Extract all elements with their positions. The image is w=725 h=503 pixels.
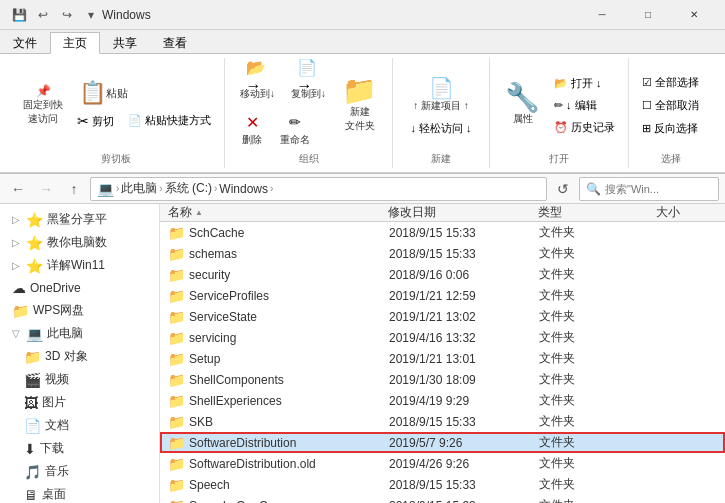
file-row[interactable]: 📁 Setup 2019/1/21 13:01 文件夹 — [160, 348, 725, 369]
file-row[interactable]: 📁 ShellComponents 2019/1/30 18:09 文件夹 — [160, 369, 725, 390]
file-row[interactable]: 📁 security 2018/9/16 0:06 文件夹 — [160, 264, 725, 285]
maximize-button[interactable]: □ — [625, 0, 671, 30]
copy-to-button[interactable]: 📄→ 复制到↓ — [284, 60, 333, 104]
sidebar-icon: 🖥 — [24, 487, 38, 503]
sidebar-item-wps[interactable]: 📁 WPS网盘 — [0, 299, 159, 322]
col-header-type[interactable]: 类型 — [538, 204, 618, 221]
col-header-name[interactable]: 名称 ▲ — [168, 204, 388, 221]
new-folder-icon: 📁 — [342, 77, 377, 105]
move-to-button[interactable]: 📂→ 移动到↓ — [233, 60, 282, 104]
tab-share[interactable]: 共享 — [100, 32, 150, 54]
sidebar-item-video[interactable]: 🎬 视频 — [0, 368, 159, 391]
file-row[interactable]: 📁 ServiceState 2019/1/21 13:02 文件夹 — [160, 306, 725, 327]
sidebar-item-desktop[interactable]: 🖥 桌面 — [0, 483, 159, 503]
search-icon: 🔍 — [586, 182, 601, 196]
properties-button[interactable]: 🔧 属性 — [498, 80, 547, 130]
file-row[interactable]: 📁 SoftwareDistribution.old 2019/4/26 9:2… — [160, 453, 725, 474]
open-button[interactable]: 📂 打开 ↓ — [549, 73, 620, 94]
minimize-button[interactable]: ─ — [579, 0, 625, 30]
sidebar-icon: 🎵 — [24, 464, 41, 480]
paste-icon: 📋 — [79, 82, 106, 104]
file-row[interactable]: 📁 ShellExperiences 2019/4/19 9:29 文件夹 — [160, 390, 725, 411]
path-folder[interactable]: Windows — [219, 182, 268, 196]
new-item-button[interactable]: 📄 ↑ 新建项目 ↑ — [401, 72, 481, 116]
tab-file[interactable]: 文件 — [0, 32, 50, 54]
path-computer[interactable]: 此电脑 — [121, 180, 157, 197]
file-row[interactable]: 📁 Speech_OneCore 2018/9/15 15:33 文件夹 — [160, 495, 725, 503]
file-row[interactable]: 📁 ServiceProfiles 2019/1/21 12:59 文件夹 — [160, 285, 725, 306]
expand-icon: ▷ — [12, 214, 20, 225]
close-button[interactable]: ✕ — [671, 0, 717, 30]
sidebar-item-label: 详解Win11 — [47, 257, 105, 274]
up-button[interactable]: ↑ — [62, 177, 86, 201]
file-row-softwaredistribution[interactable]: 📁 SoftwareDistribution 2019/5/7 9:26 文件夹 — [160, 432, 725, 453]
qat-dropdown[interactable]: ▾ — [80, 4, 102, 26]
pin-quickaccess-button[interactable]: 📌 固定到快速访问 — [16, 80, 70, 130]
history-icon: ⏰ — [554, 121, 568, 134]
properties-icon: 🔧 — [505, 84, 540, 112]
sidebar-item-3d[interactable]: 📁 3D 对象 — [0, 345, 159, 368]
sidebar-item-downloads[interactable]: ⬇ 下载 — [0, 437, 159, 460]
select-buttons: ☑ 全部选择 ☐ 全部取消 ⊞ 反向选择 — [637, 60, 704, 150]
paste-button[interactable]: 📋 粘贴 — [72, 78, 216, 108]
cut-button[interactable]: ✂ 剪切 — [72, 110, 119, 132]
tab-home[interactable]: 主页 — [50, 32, 100, 54]
sidebar-item-label: 教你电脑数 — [47, 234, 107, 251]
easy-access-button[interactable]: ↓ 轻松访问 ↓ — [401, 118, 481, 139]
forward-button[interactable]: → — [34, 177, 58, 201]
select-all-button[interactable]: ☑ 全部选择 — [637, 72, 704, 93]
qat-undo[interactable]: ↩ — [32, 4, 54, 26]
address-path[interactable]: 💻 › 此电脑 › 系统 (C:) › Windows › — [90, 177, 547, 201]
delete-button[interactable]: ✕ 删除 — [233, 106, 271, 150]
sidebar-item-heisha[interactable]: ▷ ⭐ 黑鲨分享平 — [0, 208, 159, 231]
ribbon-group-open: 🔧 属性 📂 打开 ↓ ✏ ↓ 编辑 ⏰ 历史记录 — [490, 58, 629, 168]
sidebar-item-onedrive[interactable]: ☁ OneDrive — [0, 277, 159, 299]
file-row[interactable]: 📁 SchCache 2018/9/15 15:33 文件夹 — [160, 222, 725, 243]
qat-save[interactable]: 💾 — [8, 4, 30, 26]
folder-icon: 📁 — [168, 330, 185, 346]
sidebar-item-music[interactable]: 🎵 音乐 — [0, 460, 159, 483]
edit-button[interactable]: ✏ ↓ 编辑 — [549, 95, 620, 116]
tab-view[interactable]: 查看 — [150, 32, 200, 54]
sidebar-item-thispc[interactable]: ▽ 💻 此电脑 — [0, 322, 159, 345]
sidebar-item-docs[interactable]: 📄 文档 — [0, 414, 159, 437]
sidebar-item-label: WPS网盘 — [33, 302, 84, 319]
rename-button[interactable]: ✏ 重命名 — [273, 106, 317, 150]
clipboard-secondary: ✂ 剪切 📄 粘贴快捷方式 — [72, 110, 216, 132]
path-drive[interactable]: 系统 (C:) — [165, 180, 212, 197]
qat-redo[interactable]: ↪ — [56, 4, 78, 26]
folder-icon: 📁 — [168, 225, 185, 241]
history-button[interactable]: ⏰ 历史记录 — [549, 117, 620, 138]
sidebar-icon: ⬇ — [24, 441, 36, 457]
sidebar-item-jiaoni[interactable]: ▷ ⭐ 教你电脑数 — [0, 231, 159, 254]
file-row[interactable]: 📁 SKB 2018/9/15 15:33 文件夹 — [160, 411, 725, 432]
ribbon-tabs: 文件 主页 共享 查看 — [0, 30, 725, 54]
sidebar-item-label: 下载 — [40, 440, 64, 457]
sidebar-icon: 📁 — [24, 349, 41, 365]
file-row-servicing[interactable]: 📁 servicing 2019/4/16 13:32 文件夹 — [160, 327, 725, 348]
sidebar-item-label: 黑鲨分享平 — [47, 211, 107, 228]
copy-path-button[interactable]: 📄 粘贴快捷方式 — [123, 110, 216, 131]
organize-label: 组织 — [299, 152, 319, 166]
sidebar-item-label: 视频 — [45, 371, 69, 388]
deselect-all-button[interactable]: ☐ 全部取消 — [637, 95, 704, 116]
refresh-button[interactable]: ↺ — [551, 177, 575, 201]
search-input[interactable] — [605, 183, 725, 195]
col-header-size[interactable]: 大小 — [618, 204, 688, 221]
sidebar-item-win11[interactable]: ▷ ⭐ 详解Win11 — [0, 254, 159, 277]
search-box[interactable]: 🔍 — [579, 177, 719, 201]
sidebar-item-label: 此电脑 — [47, 325, 83, 342]
folder-icon: 📁 — [168, 435, 185, 451]
expand-icon: ▷ — [12, 260, 20, 271]
sidebar-icon: 🎬 — [24, 372, 41, 388]
sidebar-item-pictures[interactable]: 🖼 图片 — [0, 391, 159, 414]
file-row[interactable]: 📁 Speech 2018/9/15 15:33 文件夹 — [160, 474, 725, 495]
invert-selection-button[interactable]: ⊞ 反向选择 — [637, 118, 704, 139]
col-header-date[interactable]: 修改日期 — [388, 204, 538, 221]
back-button[interactable]: ← — [6, 177, 30, 201]
folder-icon: 📁 — [168, 372, 185, 388]
file-row[interactable]: 📁 schemas 2018/9/15 15:33 文件夹 — [160, 243, 725, 264]
new-folder-button[interactable]: 📁 新建文件夹 — [335, 73, 384, 137]
edit-icon: ✏ — [554, 99, 563, 112]
pin-icon: 📌 — [36, 84, 51, 98]
